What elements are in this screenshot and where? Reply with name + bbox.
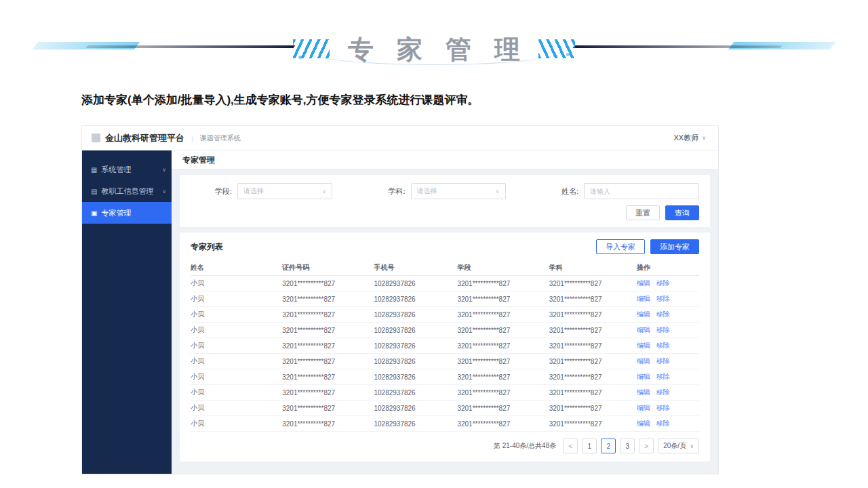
cell-subject: 3201**********827 (549, 296, 637, 303)
cell-actions: 编辑移除 (637, 372, 699, 382)
edit-link[interactable]: 编辑 (637, 342, 650, 349)
subject-label: 学科: (388, 186, 405, 197)
add-expert-button[interactable]: 添加专家 (650, 239, 699, 254)
edit-link[interactable]: 编辑 (637, 373, 650, 380)
subject-select-placeholder: 请选择 (417, 186, 437, 196)
cell-phone: 10282937826 (374, 405, 457, 412)
system-name: 课题管理系统 (200, 134, 241, 143)
chevron-down-icon: ∨ (496, 188, 500, 195)
prev-page-button[interactable]: < (563, 439, 578, 453)
cell-subject: 3201**********827 (549, 342, 637, 350)
cell-id_number: 3201**********827 (282, 373, 374, 381)
next-page-button[interactable]: > (639, 439, 654, 453)
column-header: 手机号 (374, 263, 457, 272)
cell-phone: 10282937826 (374, 327, 457, 334)
remove-link[interactable]: 移除 (656, 310, 670, 318)
cell-phone: 10282937826 (374, 373, 457, 381)
chevron-down-icon: ∨ (162, 188, 166, 195)
edit-link[interactable]: 编辑 (637, 310, 650, 318)
reset-button[interactable]: 重置 (626, 205, 660, 220)
remove-link[interactable]: 移除 (656, 279, 670, 287)
chevron-down-icon: ∨ (162, 167, 166, 173)
remove-link[interactable]: 移除 (656, 388, 670, 396)
remove-link[interactable]: 移除 (656, 404, 670, 411)
cell-phone: 10282937826 (374, 311, 457, 319)
edit-link[interactable]: 编辑 (637, 388, 650, 396)
cell-phone: 10282937826 (374, 420, 457, 428)
edit-link[interactable]: 编辑 (637, 326, 650, 333)
page-2-button[interactable]: 2 (601, 439, 616, 453)
staff-info-icon: ▤ (91, 188, 97, 195)
page-3-button[interactable]: 3 (620, 439, 635, 453)
cell-name: 小贝 (191, 419, 282, 428)
filter-actions: 重置 查询 (191, 205, 699, 220)
sidebar-item[interactable]: ▤教职工信息管理∨ (82, 180, 172, 202)
brand: 金山教科研管理平台 | 课题管理系统 (92, 132, 241, 144)
cell-actions: 编辑移除 (637, 325, 699, 335)
cell-actions: 编辑移除 (637, 388, 699, 397)
cell-id_number: 3201**********827 (282, 296, 374, 303)
cell-name: 小贝 (191, 341, 282, 350)
header-divider: | (191, 134, 193, 142)
column-header: 学科 (549, 263, 637, 272)
cell-phone: 10282937826 (374, 296, 457, 303)
list-header: 专家列表 导入专家 添加专家 (191, 239, 699, 254)
chevron-down-icon: ∨ (702, 135, 706, 141)
page-title: 专家管理 (172, 150, 718, 169)
remove-link[interactable]: 移除 (656, 295, 670, 302)
table-row: 小贝3201**********827102829378263201******… (191, 276, 699, 291)
table-row: 小贝3201**********827102829378263201******… (191, 401, 699, 416)
cell-id_number: 3201**********827 (282, 420, 374, 428)
stage-filter: 学段: 请选择 ∨ (215, 183, 332, 199)
page-1-button[interactable]: 1 (582, 439, 597, 453)
user-menu[interactable]: XX教师 ∨ (673, 133, 706, 143)
stage-label: 学段: (215, 186, 232, 197)
subject-select[interactable]: 请选择 ∨ (411, 183, 506, 199)
edit-link[interactable]: 编辑 (637, 357, 650, 365)
edit-link[interactable]: 编辑 (637, 295, 650, 302)
cell-subject: 3201**********827 (549, 389, 637, 396)
cell-stage: 3201**********827 (457, 296, 549, 303)
cell-actions: 编辑移除 (637, 279, 699, 288)
cell-phone: 10282937826 (374, 358, 457, 365)
sidebar-item[interactable]: ▣专家管理 (82, 202, 172, 224)
remove-link[interactable]: 移除 (656, 373, 670, 380)
cell-subject: 3201**********827 (549, 405, 637, 412)
name-input[interactable] (584, 183, 699, 199)
table-row: 小贝3201**********827102829378263201******… (191, 416, 699, 432)
page-size-select[interactable]: 20条/页 ∨ (658, 439, 699, 453)
cell-name: 小贝 (191, 372, 282, 382)
remove-link[interactable]: 移除 (656, 420, 670, 427)
cell-id_number: 3201**********827 (282, 311, 374, 319)
remove-link[interactable]: 移除 (656, 342, 670, 349)
expert-management-icon: ▣ (91, 209, 97, 217)
query-button[interactable]: 查询 (665, 205, 699, 220)
import-expert-button[interactable]: 导入专家 (596, 239, 645, 254)
edit-link[interactable]: 编辑 (637, 404, 650, 411)
cell-stage: 3201**********827 (457, 389, 549, 396)
stage-select[interactable]: 请选择 ∨ (237, 183, 332, 199)
cell-stage: 3201**********827 (457, 327, 549, 334)
subject-filter: 学科: 请选择 ∨ (388, 183, 505, 199)
remove-link[interactable]: 移除 (656, 357, 670, 365)
cell-subject: 3201**********827 (549, 420, 637, 428)
cell-stage: 3201**********827 (457, 311, 549, 319)
sidebar-item-label: 教职工信息管理 (101, 186, 153, 197)
table-row: 小贝3201**********827102829378263201******… (191, 369, 699, 385)
stage-select-placeholder: 请选择 (243, 186, 264, 196)
sidebar-item[interactable]: ▦系统管理∨ (82, 159, 172, 180)
sidebar-item-label: 专家管理 (101, 208, 131, 218)
cell-id_number: 3201**********827 (282, 389, 374, 396)
cell-phone: 10282937826 (374, 280, 457, 287)
edit-link[interactable]: 编辑 (637, 279, 650, 287)
table-row: 小贝3201**********827102829378263201******… (191, 385, 699, 401)
sidebar: ▦系统管理∨▤教职工信息管理∨▣专家管理 (82, 150, 172, 474)
main-area: 专家管理 学段: 请选择 ∨ 学科: (172, 150, 718, 474)
cell-stage: 3201**********827 (457, 420, 549, 428)
expert-list-panel: 专家列表 导入专家 添加专家 姓名证件号码手机号学段学科操作 小贝3201***… (180, 232, 710, 462)
remove-link[interactable]: 移除 (656, 326, 670, 333)
edit-link[interactable]: 编辑 (637, 420, 650, 427)
cell-subject: 3201**********827 (549, 327, 637, 334)
chevron-down-icon: ∨ (690, 443, 694, 449)
cell-id_number: 3201**********827 (282, 327, 374, 334)
